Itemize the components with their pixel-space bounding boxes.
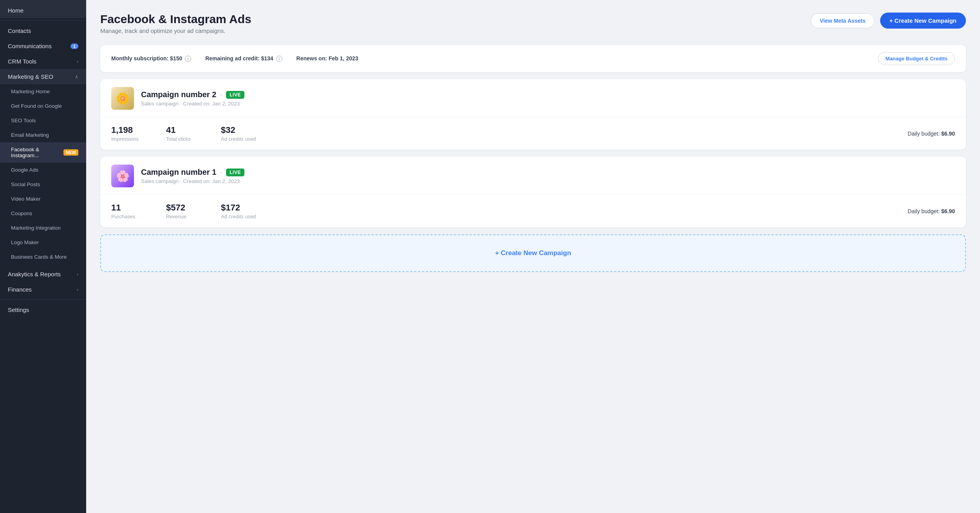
sidebar-item-coupons[interactable]: Coupons <box>0 206 86 221</box>
campaign-2-live-badge: LIVE <box>226 91 244 99</box>
header-actions: View Meta Assets + Create New Campaign <box>811 13 966 29</box>
create-campaign-box[interactable]: + Create New Campaign <box>100 234 966 272</box>
monthly-subscription: Monthly subscription: $150 i <box>111 55 191 62</box>
campaign-2-stats: 1,198 Impressions 41 Total clicks $32 Ad… <box>100 117 966 150</box>
sidebar-item-logo-maker[interactable]: Logo Maker <box>0 235 86 250</box>
sidebar-item-seo-tools[interactable]: SEO Tools <box>0 113 86 128</box>
campaign-1-name: Campaign number 1 <box>141 168 216 177</box>
dot-separator: · <box>220 91 222 99</box>
campaign-1-title-row: Campaign number 1 · LIVE <box>141 168 244 177</box>
sidebar-item-analytics-reports[interactable]: Anakytics & Reports › <box>0 266 86 282</box>
sidebar: Home Contacts Communications 1 CRM Tools… <box>0 0 86 513</box>
page-title-block: Facebook & Instagram Ads Manage, track a… <box>100 13 251 34</box>
communications-badge: 1 <box>71 44 78 49</box>
campaign-2-header: 🌼 Campaign number 2 · LIVE Sales campaig… <box>100 79 966 117</box>
sidebar-item-marketing-home[interactable]: Marketing Home <box>0 84 86 99</box>
sidebar-item-crm-tools[interactable]: CRM Tools › <box>0 54 86 69</box>
campaign-1-image: 🌸 <box>111 165 134 187</box>
budget-info: Monthly subscription: $150 i Remaining a… <box>111 55 358 62</box>
stat-total-clicks: 41 Total clicks <box>166 125 221 142</box>
sidebar-item-get-found-google[interactable]: Get Found on Google <box>0 99 86 113</box>
sidebar-item-google-ads[interactable]: Google Ads <box>0 163 86 177</box>
renews-on: Renews on: Feb 1, 2023 <box>297 55 358 62</box>
sidebar-item-marketing-integration[interactable]: Marketing Integration <box>0 221 86 235</box>
sidebar-item-settings[interactable]: Settings <box>0 302 86 320</box>
page-title: Facebook & Instagram Ads <box>100 13 251 26</box>
sidebar-item-email-marketing[interactable]: Email Marketing <box>0 128 86 142</box>
campaign-1-daily-budget: Daily budget: $6.90 <box>908 208 955 214</box>
chevron-right-icon: › <box>77 287 78 292</box>
manage-budget-button[interactable]: Manage Budget & Credits <box>878 52 955 65</box>
chevron-right-icon: › <box>77 272 78 277</box>
remaining-info-icon[interactable]: i <box>276 56 282 62</box>
sidebar-item-video-maker[interactable]: Video Maker <box>0 192 86 206</box>
campaign-1-live-badge: LIVE <box>226 169 244 176</box>
campaign-2-info: Campaign number 2 · LIVE Sales campaign … <box>141 90 244 107</box>
stat-revenue: $572 Revenue <box>166 203 221 219</box>
campaign-card-2: 🌼 Campaign number 2 · LIVE Sales campaig… <box>100 79 966 150</box>
view-meta-assets-button[interactable]: View Meta Assets <box>811 13 875 28</box>
sidebar-item-communications[interactable]: Communications 1 <box>0 38 86 54</box>
stat-ad-credits-used-2: $32 Ad credits used <box>221 125 276 142</box>
stat-purchases: 11 Purchases <box>111 203 166 219</box>
sidebar-item-social-posts[interactable]: Social Posts <box>0 177 86 192</box>
campaign-1-subtitle: Sales campaign · Created on: Jan 2, 2023 <box>141 178 244 184</box>
chevron-right-icon: › <box>77 59 78 64</box>
campaign-card-1: 🌸 Campaign number 1 · LIVE Sales campaig… <box>100 157 966 227</box>
stat-ad-credits-used-1: $172 Ad credits used <box>221 203 276 219</box>
budget-bar: Monthly subscription: $150 i Remaining a… <box>100 45 966 72</box>
sidebar-item-business-cards[interactable]: Businees Cards & More <box>0 250 86 264</box>
new-badge: NEW <box>63 149 78 156</box>
remaining-credit: Remaining ad credit: $134 i <box>205 55 282 62</box>
sidebar-item-marketing-seo[interactable]: Marketing & SEO ∧ <box>0 69 86 84</box>
sidebar-item-facebook-instagram[interactable]: Facebook & Instagram... NEW <box>0 142 86 163</box>
page-header: Facebook & Instagram Ads Manage, track a… <box>100 13 966 34</box>
sidebar-item-home[interactable]: Home <box>0 0 86 18</box>
sidebar-item-contacts[interactable]: Contacts <box>0 23 86 38</box>
campaign-1-header: 🌸 Campaign number 1 · LIVE Sales campaig… <box>100 157 966 195</box>
stat-impressions: 1,198 Impressions <box>111 125 166 142</box>
main-content: Facebook & Instagram Ads Manage, track a… <box>86 0 980 513</box>
page-subtitle: Manage, track and optimize your ad campa… <box>100 27 251 34</box>
campaign-2-title-row: Campaign number 2 · LIVE <box>141 90 244 99</box>
campaign-2-name: Campaign number 2 <box>141 90 216 99</box>
campaign-1-info: Campaign number 1 · LIVE Sales campaign … <box>141 168 244 184</box>
chevron-up-icon: ∧ <box>75 74 78 80</box>
monthly-info-icon[interactable]: i <box>185 56 191 62</box>
campaign-2-daily-budget: Daily budget: $6.90 <box>908 131 955 137</box>
sidebar-item-finances[interactable]: Finances › <box>0 282 86 297</box>
dot-separator-2: · <box>220 168 222 176</box>
create-campaign-button-header[interactable]: + Create New Campaign <box>880 13 966 29</box>
campaign-2-subtitle: Sales campaign · Created on: Jan 2, 2023 <box>141 101 244 107</box>
campaign-2-image: 🌼 <box>111 87 134 110</box>
campaign-1-stats: 11 Purchases $572 Revenue $172 Ad credit… <box>100 195 966 227</box>
create-campaign-label: + Create New Campaign <box>495 249 571 257</box>
